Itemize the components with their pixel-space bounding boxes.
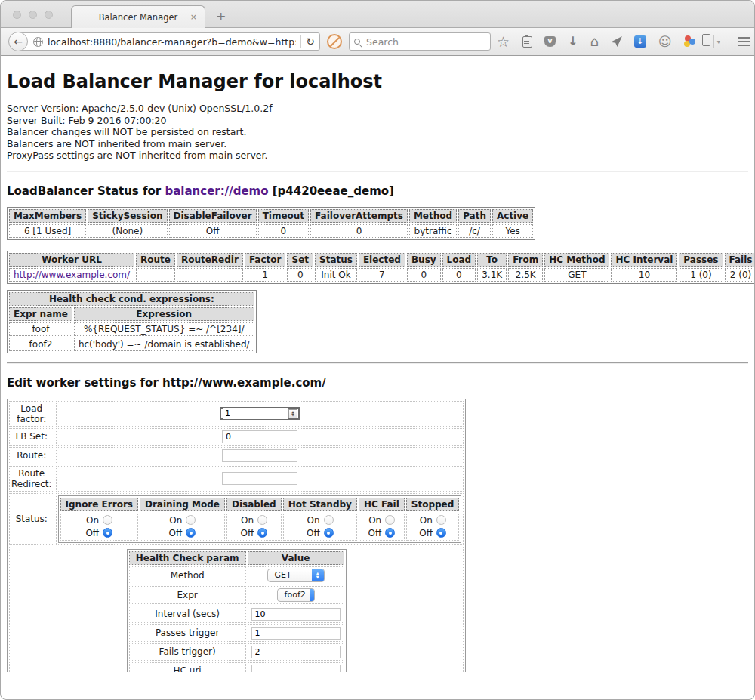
bookmarks-menu-icon[interactable] xyxy=(522,36,532,48)
overflow-caret-icon[interactable]: ▾ xyxy=(717,39,720,45)
cell-active: Yes xyxy=(492,224,533,238)
hc-fail-off-radio[interactable] xyxy=(385,528,395,538)
route-input[interactable] xyxy=(222,449,297,462)
cell-to: 3.1K xyxy=(477,268,507,282)
stopped-on-radio[interactable] xyxy=(436,515,446,525)
site-identity-globe-icon[interactable] xyxy=(33,37,43,47)
cell-expr-name-foof: foof xyxy=(9,322,72,336)
menu-hamburger-icon[interactable] xyxy=(738,37,750,46)
stopped-off-radio[interactable] xyxy=(436,528,446,538)
lb-set-label: LB Set: xyxy=(9,428,54,446)
cell-elected: 7 xyxy=(359,268,405,282)
video-download-helper-icon[interactable]: ↓ xyxy=(634,35,646,48)
col-failoverattempts: FailoverAttempts xyxy=(310,209,408,223)
col-routeredir: RouteRedir xyxy=(177,253,243,267)
load-factor-label: Load factor: xyxy=(9,401,54,427)
col-factor: Factor xyxy=(245,253,286,267)
hc-method-selected-value: GET xyxy=(268,570,312,580)
cell-set: 0 xyxy=(287,268,313,282)
health-check-expressions-table: Health check cond. expressions: Expr nam… xyxy=(7,290,257,353)
draining-mode-off-radio[interactable] xyxy=(186,528,196,538)
expr-table-title: Health check cond. expressions: xyxy=(9,292,254,306)
col-expression: Expression xyxy=(74,307,254,321)
window-controls xyxy=(13,11,53,19)
divider xyxy=(7,171,748,172)
table-header-row: MaxMembers StickySession DisableFailover… xyxy=(9,209,533,223)
col-worker-url: Worker URL xyxy=(9,253,134,267)
hc-expr-selected-value: foof2 xyxy=(278,590,310,600)
feedback-smiley-icon[interactable]: ☺ xyxy=(658,35,672,48)
disabled-on-label: On xyxy=(241,515,254,526)
url-bar[interactable]: localhost:8880/balancer-manager?b=demo&w… xyxy=(18,32,320,51)
cell-route xyxy=(136,268,175,282)
col-hc-param: Health Check param xyxy=(129,551,246,565)
hc-uri-input[interactable] xyxy=(251,665,341,673)
cell-path: /c/ xyxy=(458,224,491,238)
lb-set-row: LB Set: xyxy=(9,428,464,446)
home-icon[interactable]: ⌂ xyxy=(590,35,598,48)
server-built-line: Server Built: Feb 9 2016 07:00:20 xyxy=(7,115,748,127)
window-minimize-button[interactable] xyxy=(29,11,37,19)
ignore-errors-on-label: On xyxy=(86,515,99,526)
ignore-errors-off-radio[interactable] xyxy=(103,528,112,538)
hc-fails-label: Fails trigger) xyxy=(129,643,246,661)
new-tab-button[interactable]: + xyxy=(216,11,226,23)
bookmark-star-icon[interactable]: ☆ xyxy=(497,35,510,49)
window-zoom-button[interactable] xyxy=(45,11,53,19)
hot-standby-off-radio[interactable] xyxy=(324,528,334,538)
health-check-params-row: Health Check param Value Method GET ▲▼ xyxy=(9,547,464,673)
balancer-link[interactable]: balancer://demo xyxy=(165,184,268,198)
ignore-errors-on-radio[interactable] xyxy=(103,515,112,525)
disabled-on-radio[interactable] xyxy=(257,515,267,525)
load-factor-input[interactable] xyxy=(223,408,288,419)
toolbar-divider-2 xyxy=(713,35,714,48)
window-close-button[interactable] xyxy=(13,11,21,19)
hc-uri-row: HC uri xyxy=(129,662,344,673)
draining-mode-on-radio[interactable] xyxy=(186,515,196,525)
lb-set-input[interactable] xyxy=(222,430,297,443)
hc-fail-on-radio[interactable] xyxy=(385,515,395,525)
server-version-line: Server Version: Apache/2.5.0-dev (Unix) … xyxy=(7,103,748,115)
number-stepper-icon[interactable]: ▲▼ xyxy=(288,409,297,418)
route-redirect-input[interactable] xyxy=(222,472,297,485)
send-tab-icon[interactable] xyxy=(611,36,622,47)
hot-standby-on-radio[interactable] xyxy=(324,515,334,525)
edit-worker-heading: Edit worker settings for http://www.exam… xyxy=(7,376,748,390)
balancer-status-heading: LoadBalancer Status for balancer://demo … xyxy=(7,184,748,198)
stopped-on-label: On xyxy=(420,515,433,526)
table-row: foof %{REQUEST_STATUS} =~ /^[234]/ xyxy=(9,322,254,336)
url-text[interactable]: localhost:8880/balancer-manager?b=demo&w… xyxy=(48,36,296,48)
hc-passes-input[interactable] xyxy=(251,627,341,640)
col-set: Set xyxy=(287,253,313,267)
hc-fails-input[interactable] xyxy=(251,646,341,658)
hc-method-row: Method GET ▲▼ xyxy=(129,566,344,584)
search-bar[interactable] xyxy=(349,32,491,51)
hc-interval-input[interactable] xyxy=(251,608,341,621)
worker-status-table: Worker URL Route RouteRedir Factor Set S… xyxy=(7,251,754,284)
cell-factor: 1 xyxy=(245,268,286,282)
col-route: Route xyxy=(136,253,175,267)
cell-load: 0 xyxy=(442,268,476,282)
pocket-icon[interactable]: v xyxy=(544,36,556,47)
device-sync-icon[interactable] xyxy=(702,34,710,49)
content-blocked-icon[interactable] xyxy=(327,34,342,49)
hc-expr-row: Expr foof2 ▲▼ xyxy=(129,586,344,604)
search-input[interactable] xyxy=(365,35,485,48)
cell-expression-foof2: hc('body') =~ /domain is established/ xyxy=(74,338,254,351)
col-hc-fail: HC Fail xyxy=(359,498,405,511)
back-button[interactable]: ← xyxy=(8,32,28,51)
tab-balancer-manager[interactable]: Balancer Manager × xyxy=(71,5,205,28)
cell-hc-method: GET xyxy=(544,268,609,282)
disabled-off-radio[interactable] xyxy=(257,528,267,538)
hc-expr-select[interactable]: foof2 ▲▼ xyxy=(277,588,315,602)
tab-close-icon[interactable]: × xyxy=(190,12,197,22)
reload-icon[interactable]: ↻ xyxy=(306,36,315,47)
hc-method-select[interactable]: GET ▲▼ xyxy=(267,569,325,582)
col-draining-mode: Draining Mode xyxy=(140,498,225,511)
downloads-icon[interactable]: ↓ xyxy=(568,35,578,48)
extension-colors-icon[interactable] xyxy=(684,35,696,48)
balancer-heading-suffix: [p4420eeae_demo] xyxy=(269,184,394,198)
worker-url-link[interactable]: http://www.example.com/ xyxy=(14,270,130,280)
col-maxmembers: MaxMembers xyxy=(9,209,86,223)
ignore-errors-off-label: Off xyxy=(85,528,99,538)
